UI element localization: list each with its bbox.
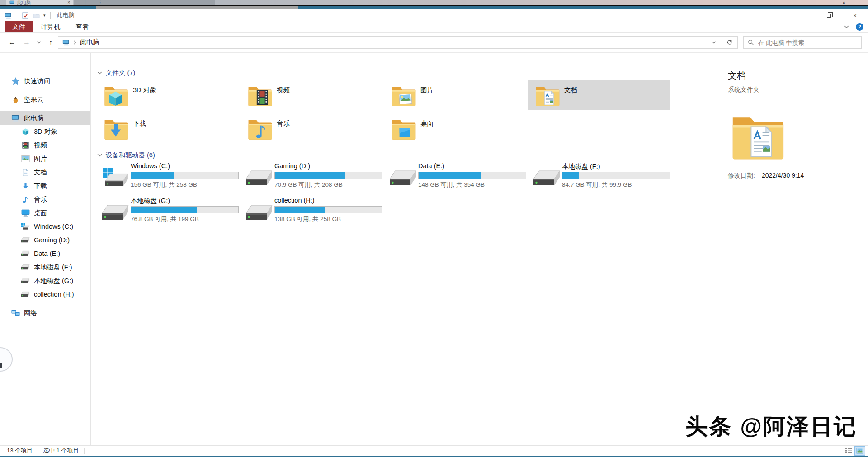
sidebar-item-label: 视频 xyxy=(34,141,47,150)
drive-name: Windows (C:) xyxy=(131,162,239,172)
folder-tile[interactable]: 视频 xyxy=(241,80,383,110)
sidebar-item-10[interactable]: Windows (C:) xyxy=(0,220,90,233)
sidebar-item-label: Data (E:) xyxy=(34,250,60,257)
sidebar-item-icon xyxy=(21,182,30,190)
drive-name: 本地磁盘 (G:) xyxy=(131,197,239,206)
drive-tile[interactable]: Gaming (D:) 70.9 GB 可用, 共 208 GB xyxy=(241,162,383,195)
drive-tile[interactable]: 本地磁盘 (G:) 76.8 GB 可用, 共 199 GB xyxy=(97,197,239,229)
drive-tile[interactable]: Windows (C:) 156 GB 可用, 共 258 GB xyxy=(97,162,239,195)
address-box[interactable]: 此电脑 xyxy=(58,36,738,49)
breadcrumb[interactable]: 此电脑 xyxy=(58,37,706,48)
up-button[interactable]: ↑ xyxy=(44,39,57,46)
ribbon-right-controls: ? xyxy=(844,21,863,32)
sidebar-item-icon xyxy=(21,128,30,136)
modified-date-value: 2022/4/30 9:14 xyxy=(762,172,804,180)
folder-tile-grid: 3D 对象 视频 图片 文档 下载 音乐 桌面 xyxy=(97,80,711,147)
drive-tile[interactable]: collection (H:) 138 GB 可用, 共 258 GB xyxy=(241,197,383,229)
sidebar-item-12[interactable]: Data (E:) xyxy=(0,247,90,260)
folder-tile[interactable]: 图片 xyxy=(385,80,527,110)
sidebar-item-label: 坚果云 xyxy=(24,95,44,104)
customize-toolbar-dropdown-icon[interactable]: ▾ xyxy=(43,13,46,18)
forward-button[interactable]: → xyxy=(20,39,33,46)
folders-group-header[interactable]: 文件夹 (7) xyxy=(97,68,704,77)
sidebar-item-icon xyxy=(21,169,30,176)
refresh-button[interactable] xyxy=(722,37,737,48)
sidebar-item-8[interactable]: 音乐 xyxy=(0,193,90,206)
sidebar-item-5[interactable]: 图片 xyxy=(0,152,90,165)
drive-tile-body: Gaming (D:) 70.9 GB 可用, 共 208 GB xyxy=(274,162,382,195)
details-subtitle: 系统文件夹 xyxy=(728,86,868,94)
sidebar-item-7[interactable]: 下载 xyxy=(0,179,90,193)
drive-icon xyxy=(101,201,129,225)
sidebar-item-1[interactable]: 坚果云 xyxy=(0,93,90,106)
background-close-icon[interactable]: × xyxy=(843,0,845,5)
sidebar-item-16[interactable]: 网络 xyxy=(0,306,90,320)
ribbon-tab[interactable]: 计算机 xyxy=(33,21,68,32)
breadcrumb-path[interactable]: 此电脑 xyxy=(80,38,99,47)
sidebar-item-9[interactable]: 桌面 xyxy=(0,206,90,220)
drive-tile[interactable]: 本地磁盘 (F:) 84.7 GB 可用, 共 99.9 GB xyxy=(528,162,670,195)
navigation-pane: 快速访问 坚果云 此电脑 3D 对象 视频 图片 文档 下载 音乐 桌面 Win… xyxy=(0,53,91,445)
sidebar-item-11[interactable]: Gaming (D:) xyxy=(0,233,90,247)
sidebar-item-icon xyxy=(21,277,30,285)
drive-usage-fill xyxy=(275,207,325,213)
chevron-down-icon xyxy=(712,41,716,44)
folder-icon xyxy=(391,115,416,141)
selected-count: 选中 1 个项目 xyxy=(43,447,79,455)
folder-tile[interactable]: 文档 xyxy=(528,80,670,110)
search-box[interactable] xyxy=(743,36,862,49)
drive-tile[interactable]: Data (E:) 148 GB 可用, 共 354 GB xyxy=(385,162,527,195)
quick-access-toolbar: ▾ xyxy=(5,12,52,19)
search-input[interactable] xyxy=(758,39,857,46)
sidebar-item-label: collection (H:) xyxy=(34,291,74,298)
sidebar-item-0[interactable]: 快速访问 xyxy=(0,74,90,88)
sidebar-item-label: 网络 xyxy=(24,309,37,317)
ribbon-collapse-icon[interactable] xyxy=(844,25,849,28)
folder-icon xyxy=(103,82,129,107)
drive-usage-bar xyxy=(274,206,382,213)
sidebar-item-6[interactable]: 文档 xyxy=(0,165,90,179)
folder-tile[interactable]: 桌面 xyxy=(385,113,527,144)
new-folder-icon[interactable] xyxy=(33,12,40,19)
drive-usage-fill xyxy=(562,172,579,179)
folder-tile[interactable]: 音乐 xyxy=(241,113,383,144)
sidebar-item-13[interactable]: 本地磁盘 (F:) xyxy=(0,260,90,274)
tab-close-icon[interactable]: × xyxy=(67,0,70,5)
folder-tile-label: 视频 xyxy=(277,86,290,94)
ribbon-tab-file[interactable]: 文件 xyxy=(5,21,33,32)
drives-group-header[interactable]: 设备和驱动器 (6) xyxy=(97,151,704,160)
sidebar-item-4[interactable]: 视频 xyxy=(0,138,90,152)
thumbnails-view-button[interactable] xyxy=(855,447,865,455)
restore-button[interactable] xyxy=(816,9,842,21)
computer-icon xyxy=(62,39,70,46)
sidebar-item-3[interactable]: 3D 对象 xyxy=(0,125,90,138)
pipe-glyph: | xyxy=(85,0,85,5)
chevron-down-icon[interactable] xyxy=(97,154,102,157)
sidebar-item-14[interactable]: 本地磁盘 (G:) xyxy=(0,274,90,287)
sidebar-item-label: 3D 对象 xyxy=(34,127,57,136)
ribbon-tab[interactable]: 查看 xyxy=(68,21,97,32)
folder-tile-label: 文档 xyxy=(564,86,577,94)
details-view-button[interactable] xyxy=(844,447,854,455)
address-history-button[interactable] xyxy=(706,37,722,48)
folder-tile[interactable]: 下载 xyxy=(97,113,239,144)
close-button[interactable]: × xyxy=(842,9,868,21)
drive-tile-body: Data (E:) 148 GB 可用, 共 354 GB xyxy=(418,162,526,195)
folder-tile-label: 音乐 xyxy=(277,119,290,128)
drive-usage-bar xyxy=(131,172,239,179)
restore-icon xyxy=(827,14,831,18)
background-tab[interactable]: 此电脑 × xyxy=(6,0,73,5)
sidebar-item-icon xyxy=(11,96,20,104)
drive-capacity: 156 GB 可用, 共 258 GB xyxy=(131,181,239,189)
back-button[interactable]: ← xyxy=(5,39,19,46)
ribbon-tabs: 文件计算机查看 xyxy=(5,21,97,32)
drive-usage-bar xyxy=(274,172,382,179)
sidebar-item-2[interactable]: 此电脑 xyxy=(0,111,90,125)
help-icon[interactable]: ? xyxy=(856,23,863,31)
minimize-button[interactable]: — xyxy=(789,9,816,21)
sidebar-item-15[interactable]: collection (H:) xyxy=(0,287,90,301)
properties-check-icon[interactable] xyxy=(22,12,29,19)
recent-locations-button[interactable] xyxy=(34,41,43,44)
folder-tile[interactable]: 3D 对象 xyxy=(97,80,239,110)
chevron-down-icon[interactable] xyxy=(97,71,102,75)
